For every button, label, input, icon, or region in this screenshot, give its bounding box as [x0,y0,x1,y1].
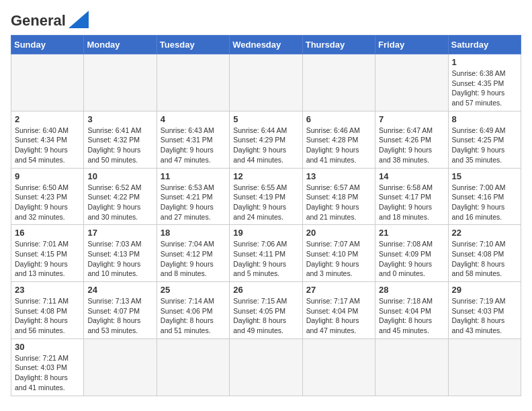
day-info: Sunrise: 6:50 AM Sunset: 4:23 PM Dayligh… [15,183,80,222]
day-number: 11 [161,171,226,181]
calendar-week-row: 2Sunrise: 6:40 AM Sunset: 4:34 PM Daylig… [11,111,521,168]
calendar-cell: 4Sunrise: 6:43 AM Sunset: 4:31 PM Daylig… [157,111,229,168]
calendar-cell: 21Sunrise: 7:08 AM Sunset: 4:09 PM Dayli… [375,225,448,282]
logo: General [11,11,89,30]
day-of-week-header: Sunday [11,36,84,54]
day-of-week-header: Saturday [448,36,521,54]
calendar-cell: 6Sunrise: 6:46 AM Sunset: 4:28 PM Daylig… [302,111,375,168]
day-of-week-header: Tuesday [157,36,229,54]
calendar-cell: 10Sunrise: 6:52 AM Sunset: 4:22 PM Dayli… [84,168,157,225]
calendar-cell: 24Sunrise: 7:13 AM Sunset: 4:07 PM Dayli… [84,282,157,339]
calendar-cell: 7Sunrise: 6:47 AM Sunset: 4:26 PM Daylig… [375,111,448,168]
day-number: 3 [87,114,152,124]
day-number: 1 [452,57,517,67]
day-number: 5 [233,114,298,124]
day-info: Sunrise: 6:52 AM Sunset: 4:22 PM Dayligh… [87,183,152,222]
header: General [11,11,521,30]
day-info: Sunrise: 6:38 AM Sunset: 4:35 PM Dayligh… [452,68,517,108]
day-number: 19 [233,228,298,238]
day-info: Sunrise: 6:44 AM Sunset: 4:29 PM Dayligh… [233,126,298,165]
day-info: Sunrise: 7:03 AM Sunset: 4:13 PM Dayligh… [87,239,152,279]
day-of-week-header: Monday [84,36,157,54]
calendar-cell: 13Sunrise: 6:57 AM Sunset: 4:18 PM Dayli… [302,168,375,225]
day-info: Sunrise: 7:14 AM Sunset: 4:06 PM Dayligh… [161,296,226,336]
day-info: Sunrise: 7:21 AM Sunset: 4:03 PM Dayligh… [15,353,80,393]
day-info: Sunrise: 7:01 AM Sunset: 4:15 PM Dayligh… [15,239,80,279]
day-number: 29 [452,285,517,295]
day-number: 12 [233,171,298,181]
day-number: 21 [379,228,444,238]
day-info: Sunrise: 6:55 AM Sunset: 4:19 PM Dayligh… [233,183,298,222]
calendar-cell [11,54,84,111]
calendar-cell: 28Sunrise: 7:18 AM Sunset: 4:04 PM Dayli… [375,282,448,339]
calendar-cell: 8Sunrise: 6:49 AM Sunset: 4:25 PM Daylig… [448,111,521,168]
day-info: Sunrise: 7:00 AM Sunset: 4:16 PM Dayligh… [452,183,517,222]
day-of-week-header: Thursday [302,36,375,54]
day-number: 13 [306,171,371,181]
day-number: 24 [87,285,152,295]
logo-icon [69,11,89,28]
day-info: Sunrise: 7:06 AM Sunset: 4:11 PM Dayligh… [233,239,298,279]
calendar-cell: 27Sunrise: 7:17 AM Sunset: 4:04 PM Dayli… [302,282,375,339]
day-number: 2 [15,114,80,124]
calendar-cell: 14Sunrise: 6:58 AM Sunset: 4:17 PM Dayli… [375,168,448,225]
day-info: Sunrise: 6:57 AM Sunset: 4:18 PM Dayligh… [306,183,371,222]
calendar-cell [375,54,448,111]
day-number: 10 [87,171,152,181]
calendar-week-row: 23Sunrise: 7:11 AM Sunset: 4:08 PM Dayli… [11,282,521,339]
calendar-week-row: 1Sunrise: 6:38 AM Sunset: 4:35 PM Daylig… [11,54,521,111]
day-info: Sunrise: 6:49 AM Sunset: 4:25 PM Dayligh… [452,126,517,165]
calendar-cell: 25Sunrise: 7:14 AM Sunset: 4:06 PM Dayli… [157,282,229,339]
day-info: Sunrise: 6:46 AM Sunset: 4:28 PM Dayligh… [306,126,371,165]
calendar-cell: 11Sunrise: 6:53 AM Sunset: 4:21 PM Dayli… [157,168,229,225]
calendar-week-row: 30Sunrise: 7:21 AM Sunset: 4:03 PM Dayli… [11,338,521,396]
day-info: Sunrise: 6:47 AM Sunset: 4:26 PM Dayligh… [379,126,444,165]
svg-marker-0 [69,11,89,28]
calendar-cell: 17Sunrise: 7:03 AM Sunset: 4:13 PM Dayli… [84,225,157,282]
day-info: Sunrise: 7:18 AM Sunset: 4:04 PM Dayligh… [379,296,444,336]
day-number: 8 [452,114,517,124]
day-info: Sunrise: 6:58 AM Sunset: 4:17 PM Dayligh… [379,183,444,222]
day-number: 23 [15,285,80,295]
calendar-cell [302,54,375,111]
calendar-cell: 12Sunrise: 6:55 AM Sunset: 4:19 PM Dayli… [230,168,302,225]
day-number: 15 [452,171,517,181]
calendar-cell [448,338,521,396]
calendar-cell: 18Sunrise: 7:04 AM Sunset: 4:12 PM Dayli… [157,225,229,282]
calendar-cell: 5Sunrise: 6:44 AM Sunset: 4:29 PM Daylig… [230,111,302,168]
calendar-cell: 22Sunrise: 7:10 AM Sunset: 4:08 PM Dayli… [448,225,521,282]
day-of-week-header: Wednesday [230,36,302,54]
calendar-header-row: SundayMondayTuesdayWednesdayThursdayFrid… [11,36,521,54]
calendar-week-row: 9Sunrise: 6:50 AM Sunset: 4:23 PM Daylig… [11,168,521,225]
day-number: 20 [306,228,371,238]
day-info: Sunrise: 7:07 AM Sunset: 4:10 PM Dayligh… [306,239,371,279]
day-info: Sunrise: 7:17 AM Sunset: 4:04 PM Dayligh… [306,296,371,336]
day-number: 25 [161,285,226,295]
calendar-cell: 3Sunrise: 6:41 AM Sunset: 4:32 PM Daylig… [84,111,157,168]
day-number: 28 [379,285,444,295]
calendar-cell: 15Sunrise: 7:00 AM Sunset: 4:16 PM Dayli… [448,168,521,225]
calendar-cell [302,338,375,396]
calendar-cell: 29Sunrise: 7:19 AM Sunset: 4:03 PM Dayli… [448,282,521,339]
day-number: 9 [15,171,80,181]
calendar-cell: 1Sunrise: 6:38 AM Sunset: 4:35 PM Daylig… [448,54,521,111]
day-info: Sunrise: 6:41 AM Sunset: 4:32 PM Dayligh… [87,126,152,165]
day-number: 22 [452,228,517,238]
calendar-cell: 26Sunrise: 7:15 AM Sunset: 4:05 PM Dayli… [230,282,302,339]
day-info: Sunrise: 7:04 AM Sunset: 4:12 PM Dayligh… [161,239,226,279]
day-number: 16 [15,228,80,238]
day-number: 30 [15,342,80,352]
calendar-cell [230,338,302,396]
day-info: Sunrise: 7:08 AM Sunset: 4:09 PM Dayligh… [379,239,444,279]
calendar-cell [157,338,229,396]
day-info: Sunrise: 7:15 AM Sunset: 4:05 PM Dayligh… [233,296,298,336]
calendar-cell [230,54,302,111]
day-info: Sunrise: 6:53 AM Sunset: 4:21 PM Dayligh… [161,183,226,222]
calendar-cell [157,54,229,111]
day-number: 4 [161,114,226,124]
day-number: 27 [306,285,371,295]
calendar-week-row: 16Sunrise: 7:01 AM Sunset: 4:15 PM Dayli… [11,225,521,282]
day-info: Sunrise: 6:43 AM Sunset: 4:31 PM Dayligh… [161,126,226,165]
day-number: 14 [379,171,444,181]
day-info: Sunrise: 7:13 AM Sunset: 4:07 PM Dayligh… [87,296,152,336]
